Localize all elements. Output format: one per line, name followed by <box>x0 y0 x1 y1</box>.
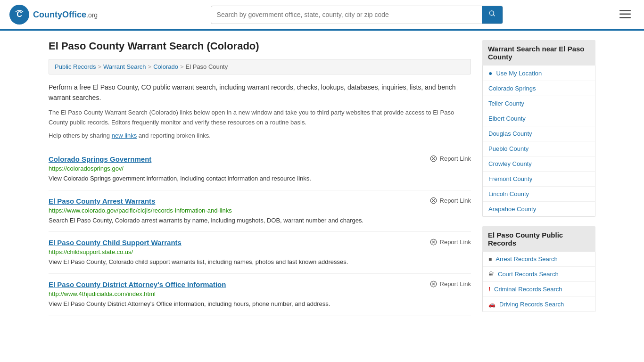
breadcrumb-warrant-search[interactable]: Warrant Search <box>103 63 146 70</box>
result-description: View El Paso County, Colorado child supp… <box>49 257 471 267</box>
svg-text:C: C <box>17 10 22 18</box>
logo-icon: C <box>9 5 29 25</box>
sidebar-item-elbert-county[interactable]: Elbert County <box>483 111 595 126</box>
sidebar-item-pueblo-county[interactable]: Pueblo County <box>483 141 595 156</box>
result-description: View El Paso County District Attorney's … <box>49 299 471 309</box>
result-header: El Paso County District Attorney's Offic… <box>49 280 471 288</box>
result-title[interactable]: El Paso County Arrest Warrants <box>49 197 155 205</box>
hamburger-icon <box>619 10 631 18</box>
nearby-list: ● Use My Location Colorado Springs Telle… <box>482 66 595 217</box>
criminal-records-icon: ! <box>488 286 490 293</box>
report-link-button[interactable]: Report Link <box>430 155 471 162</box>
arrest-records-icon: ■ <box>488 256 492 263</box>
sidebar-item-teller-county[interactable]: Teller County <box>483 96 595 111</box>
result-title[interactable]: Colorado Springs Government <box>49 155 151 163</box>
result-item: El Paso County Child Support Warrants Re… <box>49 232 471 274</box>
location-icon: ● <box>488 69 492 77</box>
result-header: El Paso County Child Support Warrants Re… <box>49 239 471 247</box>
result-description: View Colorado Springs government informa… <box>49 174 471 183</box>
sidebar-item-fremont-county[interactable]: Fremont County <box>483 172 595 187</box>
nearby-title: Warrant Search near El Paso County <box>482 40 595 66</box>
breadcrumb-public-records[interactable]: Public Records <box>55 63 96 70</box>
report-link-button[interactable]: Report Link <box>430 239 471 246</box>
result-url[interactable]: https://www.colorado.gov/pacific/cicjis/… <box>49 207 471 214</box>
court-records-icon: 🏛 <box>488 271 494 278</box>
sidebar-item-driving-records[interactable]: 🚗 Driving Records Search <box>483 297 595 312</box>
use-my-location-link[interactable]: Use My Location <box>496 70 542 77</box>
svg-rect-4 <box>619 17 631 18</box>
svg-rect-3 <box>619 14 631 15</box>
search-icon <box>488 10 496 17</box>
sidebar-item-douglas-county[interactable]: Douglas County <box>483 126 595 141</box>
public-records-title: El Paso County Public Records <box>482 226 595 252</box>
sidebar: Warrant Search near El Paso County ● Use… <box>482 40 595 321</box>
sidebar-item-criminal-records[interactable]: ! Criminal Records Search <box>483 282 595 297</box>
public-records-section: El Paso County Public Records ■ Arrest R… <box>482 226 595 312</box>
header: C CountyOffice.org <box>0 0 644 31</box>
result-title[interactable]: El Paso County District Attorney's Offic… <box>49 280 226 288</box>
search-button[interactable] <box>482 6 503 24</box>
search-input[interactable] <box>211 7 482 22</box>
sidebar-item-arrest-records[interactable]: ■ Arrest Records Search <box>483 252 595 267</box>
nearby-section: Warrant Search near El Paso County ● Use… <box>482 40 595 217</box>
result-item: El Paso County District Attorney's Offic… <box>49 274 471 316</box>
result-header: El Paso County Arrest Warrants Report Li… <box>49 197 471 205</box>
breadcrumb: Public Records > Warrant Search > Colora… <box>49 59 471 74</box>
description-main: Perform a free El Paso County, CO public… <box>49 82 471 103</box>
report-icon <box>430 239 437 246</box>
driving-records-icon: 🚗 <box>488 301 495 308</box>
sidebar-item-lincoln-county[interactable]: Lincoln County <box>483 187 595 202</box>
results-list: Colorado Springs Government Report Link … <box>49 148 471 315</box>
public-records-list: ■ Arrest Records Search 🏛 Court Records … <box>482 252 595 312</box>
new-links-link[interactable]: new links <box>112 132 137 139</box>
report-icon <box>430 280 437 288</box>
result-item: El Paso County Arrest Warrants Report Li… <box>49 190 471 232</box>
help-text: Help others by sharing new links and rep… <box>49 132 471 139</box>
main-content: El Paso County Warrant Search (Colorado)… <box>49 40 471 321</box>
sidebar-item-colorado-springs[interactable]: Colorado Springs <box>483 81 595 96</box>
report-icon <box>430 197 437 204</box>
result-url[interactable]: http://www.4thjudicialda.com/index.html <box>49 290 471 297</box>
page-title: El Paso County Warrant Search (Colorado) <box>49 40 471 52</box>
result-item: Colorado Springs Government Report Link … <box>49 148 471 190</box>
report-link-button[interactable]: Report Link <box>430 280 471 288</box>
result-description: Search El Paso County, Colorado arrest w… <box>49 216 471 225</box>
result-url[interactable]: https://childsupport.state.co.us/ <box>49 248 471 255</box>
result-url[interactable]: https://coloradosprings.gov/ <box>49 165 471 172</box>
svg-rect-2 <box>619 10 631 11</box>
report-icon <box>430 155 437 162</box>
breadcrumb-current: El Paso County <box>186 63 228 70</box>
main-container: El Paso County Warrant Search (Colorado)… <box>39 31 605 331</box>
sidebar-item-arapahoe-county[interactable]: Arapahoe County <box>483 202 595 216</box>
description-secondary: The El Paso County Warrant Search (Color… <box>49 108 471 128</box>
search-bar <box>211 6 503 24</box>
hamburger-button[interactable] <box>616 6 635 23</box>
logo-area: C CountyOffice.org <box>9 5 98 25</box>
sidebar-item-crowley-county[interactable]: Crowley County <box>483 156 595 172</box>
sidebar-item-court-records[interactable]: 🏛 Court Records Search <box>483 267 595 282</box>
breadcrumb-colorado[interactable]: Colorado <box>153 63 178 70</box>
result-title[interactable]: El Paso County Child Support Warrants <box>49 239 182 247</box>
result-header: Colorado Springs Government Report Link <box>49 155 471 163</box>
report-link-button[interactable]: Report Link <box>430 197 471 204</box>
logo-text: CountyOffice.org <box>33 10 98 20</box>
use-my-location-item[interactable]: ● Use My Location <box>483 66 595 81</box>
